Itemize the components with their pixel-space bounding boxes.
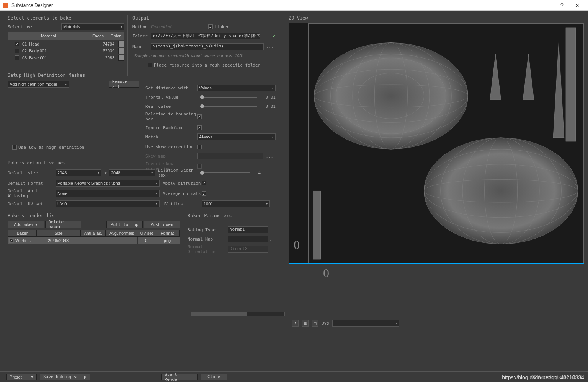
frontal-label: Frontal value [145, 95, 197, 100]
aa-dropdown[interactable]: None [56, 190, 160, 197]
material-faces: 62039 [95, 49, 114, 53]
uvs-dropdown[interactable] [332, 320, 399, 327]
2d-viewer[interactable]: 0 [289, 23, 584, 264]
default-size-label: Default size [8, 171, 56, 176]
method-label: Method [132, 24, 151, 29]
default-format-label: Default Format [8, 181, 56, 186]
size-w-dropdown[interactable]: 2048 [56, 169, 101, 176]
help-button[interactable]: ? [554, 2, 570, 8]
material-color-swatch[interactable] [118, 48, 124, 54]
titlebar: Substance Designer ? ✕ [0, 0, 588, 11]
folder-label: Folder [132, 34, 151, 39]
invert-skew-checkbox [197, 164, 202, 169]
params-scrollbar[interactable] [191, 312, 285, 316]
skew-map-label: Skew map [145, 154, 197, 159]
set-distance-dropdown[interactable]: Values [197, 85, 276, 91]
material-color-swatch[interactable] [118, 41, 124, 47]
invert-skew-label: Invert skew correction [145, 161, 197, 171]
material-checkbox[interactable] [15, 55, 19, 60]
dilation-slider[interactable] [200, 172, 250, 173]
add-baker-button[interactable]: Add baker▾ [8, 221, 44, 228]
bounds-icon[interactable]: ◻ [312, 320, 318, 327]
material-row[interactable]: 01_Head 74704 [8, 41, 124, 47]
add-hd-model-button[interactable]: Add high definition model [8, 81, 69, 88]
material-list: 01_Head 74704 02_Body.001 62039 03_Base.… [8, 41, 124, 61]
folder-browse-button[interactable]: ... [260, 34, 273, 39]
select-elements-title: Select elements to bake [8, 15, 124, 21]
save-baking-button[interactable]: Save baking setup [40, 374, 90, 380]
render-table-header: Baker Size Anti alias. Avg. normals UV s… [8, 230, 180, 237]
use-low-as-high-label: Use low as high definition [18, 145, 84, 150]
baker-row-checkbox[interactable] [9, 238, 14, 243]
close-window-button[interactable]: ✕ [570, 2, 585, 8]
info-icon[interactable]: i [292, 320, 299, 327]
name-input[interactable]: $(mesh)_$(bakername)_$(udim) [151, 43, 264, 50]
material-checkbox[interactable] [15, 42, 19, 46]
svg-rect-16 [566, 28, 576, 141]
select-by-label: Select by: [8, 24, 61, 29]
select-by-dropdown[interactable]: Materials [61, 23, 124, 30]
material-checkbox[interactable] [15, 49, 19, 53]
app-logo-icon [3, 3, 8, 8]
start-render-button[interactable]: Start Render [161, 374, 198, 380]
material-name: 02_Body.001 [21, 49, 95, 53]
baker-params-title: Baker Parameters [188, 213, 281, 218]
output-title: Output [132, 15, 276, 21]
pull-to-top-button[interactable]: Pull to top [106, 221, 143, 228]
name-more-button[interactable]: ... [264, 44, 276, 49]
linked-label: Linked [214, 24, 230, 29]
name-label: Name [132, 44, 151, 49]
uvset-dropdown[interactable]: UV 0 [56, 200, 160, 207]
frontal-slider[interactable] [200, 97, 257, 98]
use-low-as-high-checkbox[interactable] [12, 145, 17, 150]
material-row[interactable]: 02_Body.001 62039 [8, 47, 124, 54]
material-tab[interactable]: Material [8, 32, 89, 40]
default-aa-label: Default Anti Aliasing [8, 189, 56, 198]
material-name: 03_Base.001 [21, 55, 95, 60]
render-table-row[interactable]: World ... 2048x2048 0 png [8, 237, 180, 244]
baking-type-input[interactable]: Normal [228, 226, 268, 233]
match-dropdown[interactable]: Always [197, 133, 276, 140]
ignore-backface-label: Ignore Backface [145, 125, 197, 130]
ignore-backface-checkbox[interactable] [197, 125, 202, 130]
folder-ok-icon: ✓ [273, 34, 276, 39]
watermark: https://blog.csdn.net/qq_43210334 [502, 374, 584, 380]
place-resource-label: Place resource into a mesh specific fold… [154, 63, 260, 68]
skew-map-input [197, 153, 263, 159]
rear-value: 0.01 [260, 104, 276, 109]
rear-label: Rear value [145, 104, 197, 109]
linked-checkbox[interactable] [208, 24, 213, 29]
remove-all-button[interactable]: Remove all [109, 81, 139, 88]
relative-checkbox[interactable] [197, 114, 202, 119]
material-row[interactable]: 03_Base.001 2983 [8, 54, 124, 61]
relative-label: Relative to bounding box [145, 112, 197, 122]
avg-normals-label: Average normals [160, 191, 202, 196]
normal-orient-input: DirectX [228, 246, 268, 253]
color-tab[interactable]: Color [107, 32, 124, 40]
folder-input[interactable]: e:///E:/大三下学习工作资料/Unity shader学习相关/SD [151, 33, 260, 39]
place-resource-checkbox[interactable] [148, 63, 152, 67]
set-distance-label: Set distance with [145, 86, 197, 91]
normal-map-input[interactable] [228, 236, 268, 242]
preset-button[interactable]: Preset▾ [6, 374, 37, 380]
use-skew-checkbox[interactable] [197, 145, 202, 149]
normal-map-label: Normal Map [188, 237, 228, 242]
sample-text: Sample common_meetmat2b_world_space_norm… [132, 54, 244, 58]
link-icon[interactable]: ⚭ [101, 171, 109, 176]
format-dropdown[interactable]: Portable Network Graphics (*.png) [56, 180, 160, 187]
grid-icon[interactable]: ▦ [302, 320, 309, 327]
faces-tab[interactable]: Faces [89, 32, 107, 40]
push-down-button[interactable]: Push down [144, 221, 180, 228]
footer: Preset▾ Save baking setup Start Render C… [0, 371, 588, 382]
svg-point-9 [424, 138, 578, 244]
rear-slider[interactable] [200, 106, 257, 107]
close-button[interactable]: Close [201, 374, 227, 380]
uv-tiles-dropdown[interactable]: 1001 [202, 200, 270, 207]
delete-baker-button[interactable]: Delete baker [45, 221, 82, 228]
apply-diffusion-checkbox[interactable] [202, 181, 206, 185]
material-color-swatch[interactable] [118, 55, 124, 61]
render-list-title: Bakers render list [8, 213, 180, 218]
method-value: Embedded [151, 24, 208, 29]
avg-normals-checkbox[interactable] [202, 191, 206, 196]
hd-meshes-title: Setup High Definition Meshes [8, 73, 281, 78]
